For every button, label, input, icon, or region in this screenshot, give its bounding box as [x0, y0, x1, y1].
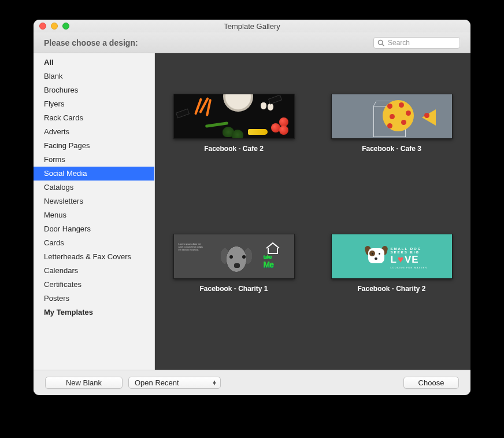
sidebar-item-all[interactable]: All	[34, 56, 154, 69]
sidebar-item-social-media[interactable]: Social Media	[34, 167, 154, 181]
open-recent-label: Open Recent	[135, 378, 179, 387]
minimize-window-button[interactable]	[51, 23, 58, 30]
chevron-updown-icon: ▲▼	[212, 381, 217, 385]
template-item[interactable]: SMALL DOG SEEKS BIG L ♥ VE LOOKING FOR M…	[324, 234, 459, 293]
template-item[interactable]: Facebook - Cafe 3	[324, 94, 459, 153]
template-thumbnail-cafe3	[331, 94, 453, 139]
sidebar-item-posters[interactable]: Posters	[34, 292, 154, 306]
traffic-lights	[39, 23, 69, 30]
template-label: Facebook - Charity 2	[357, 285, 425, 293]
titlebar: Template Gallery	[34, 20, 470, 32]
sidebar-item-catalogs[interactable]: Catalogs	[34, 181, 154, 194]
gallery-grid: Facebook - Cafe 2	[166, 65, 459, 293]
house-icon	[265, 242, 280, 254]
template-label: Facebook - Charity 1	[199, 285, 268, 293]
close-window-button[interactable]	[39, 23, 46, 30]
sidebar-item-forms[interactable]: Forms	[34, 153, 154, 167]
sidebar-item-newsletters[interactable]: Newsletters	[34, 194, 154, 208]
svg-line-1	[382, 44, 384, 46]
sidebar-item-flyers[interactable]: Flyers	[34, 97, 154, 111]
template-thumbnail-cafe2	[173, 94, 295, 139]
category-sidebar: AllBlankBrochuresFlyersRack CardsAdverts…	[34, 53, 155, 370]
sidebar-item-brochures[interactable]: Brochures	[34, 83, 154, 97]
search-field[interactable]	[373, 37, 460, 49]
sidebar-item-rack-cards[interactable]: Rack Cards	[34, 111, 154, 125]
template-item[interactable]: Facebook - Cafe 2	[166, 94, 301, 153]
search-input[interactable]	[387, 38, 456, 47]
heart-icon: ♥	[398, 254, 404, 266]
template-item[interactable]: Lorem ipsum dolor sit amet consectetur a…	[166, 234, 301, 293]
body: AllBlankBrochuresFlyersRack CardsAdverts…	[34, 53, 470, 370]
template-label: Facebook - Cafe 2	[204, 145, 264, 153]
sidebar-item-facing-pages[interactable]: Facing Pages	[34, 139, 154, 153]
sidebar-item-letterheads-fax-covers[interactable]: Letterheads & Fax Covers	[34, 250, 154, 264]
sidebar-item-my-templates[interactable]: My Templates	[34, 306, 154, 319]
sidebar-item-door-hangers[interactable]: Door Hangers	[34, 222, 154, 236]
template-gallery[interactable]: Facebook - Cafe 2	[155, 53, 470, 370]
template-thumbnail-charity1: Lorem ipsum dolor sit amet consectetur a…	[173, 234, 295, 279]
sidebar-item-menus[interactable]: Menus	[34, 208, 154, 222]
choose-design-prompt: Please choose a design:	[44, 38, 373, 47]
sidebar-item-certificates[interactable]: Certificates	[34, 278, 154, 292]
template-gallery-window: Template Gallery Please choose a design:…	[34, 20, 470, 395]
template-thumbnail-charity2: SMALL DOG SEEKS BIG L ♥ VE LOOKING FOR M…	[331, 234, 453, 279]
new-blank-button[interactable]: New Blank	[45, 377, 123, 389]
window-title: Template Gallery	[34, 22, 470, 31]
open-recent-select[interactable]: Open Recent ▲▼	[128, 377, 221, 389]
sidebar-item-adverts[interactable]: Adverts	[34, 125, 154, 139]
choose-button[interactable]: Choose	[403, 377, 459, 389]
template-label: Facebook - Cafe 3	[362, 145, 421, 153]
sidebar-item-calendars[interactable]: Calendars	[34, 264, 154, 278]
search-icon	[377, 39, 384, 46]
sidebar-item-cards[interactable]: Cards	[34, 236, 154, 250]
footer: New Blank Open Recent ▲▼ Choose	[34, 370, 470, 395]
sidebar-item-blank[interactable]: Blank	[34, 69, 154, 83]
toolbar: Please choose a design:	[34, 32, 470, 53]
fullscreen-window-button[interactable]	[62, 23, 69, 30]
